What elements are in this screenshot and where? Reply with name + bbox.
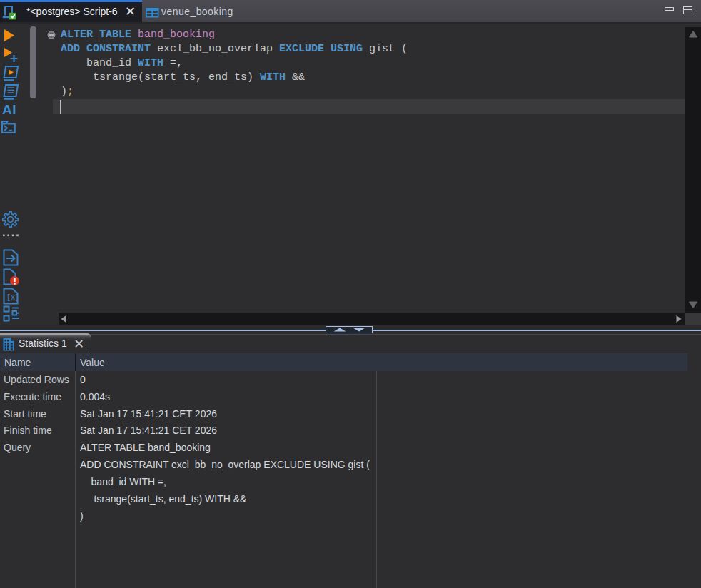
svg-text:[x]: [x] [6,294,19,302]
